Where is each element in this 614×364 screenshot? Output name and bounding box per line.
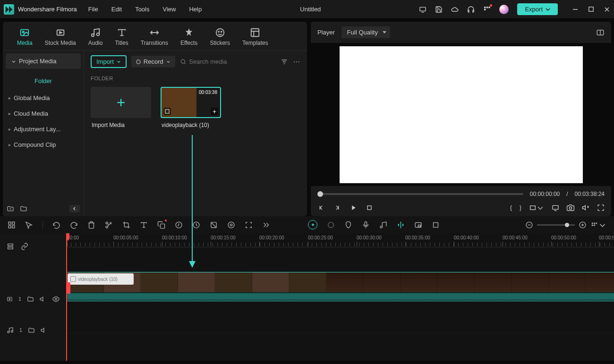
export-button[interactable]: Export (517, 3, 558, 15)
circle-tool-icon[interactable] (327, 221, 335, 229)
smart-toggle-icon[interactable]: ✦ (308, 220, 317, 229)
select-clip-icon[interactable] (163, 108, 171, 115)
zoom-slider[interactable] (537, 224, 575, 226)
video-lane[interactable]: videoplayback (10) (66, 271, 614, 302)
next-frame-icon[interactable] (333, 204, 341, 212)
fit-icon[interactable] (245, 221, 253, 229)
tab-templates[interactable]: Templates (242, 25, 268, 46)
volume-icon[interactable] (582, 204, 589, 212)
audio-lane[interactable] (66, 302, 614, 333)
menu-edit[interactable]: Edit (111, 6, 122, 13)
snapshot-icon[interactable] (567, 204, 574, 212)
timeline-ruler[interactable]: 00:00 00:00:05:00 00:00:10:00 00:00:15:0… (66, 233, 614, 247)
tab-stickers[interactable]: Stickers (210, 25, 230, 46)
audio-mixer-icon[interactable] (379, 221, 387, 229)
more-options-icon[interactable] (293, 58, 300, 66)
import-button[interactable]: Import (91, 55, 127, 68)
menu-help[interactable]: Help (189, 6, 202, 13)
render-preview-icon[interactable] (552, 204, 559, 212)
record-button[interactable]: Record (131, 56, 175, 68)
preview-viewport[interactable] (311, 43, 611, 186)
tab-transitions[interactable]: Transitions (141, 25, 168, 46)
menu-tools[interactable]: Tools (135, 6, 149, 13)
menu-view[interactable]: View (162, 6, 176, 13)
sidebar-compound-clip[interactable]: ▸Compound Clip (3, 137, 84, 152)
copy-icon[interactable] (157, 221, 165, 229)
delete-icon[interactable] (87, 221, 95, 229)
import-media-card[interactable]: + Import Media (91, 87, 152, 132)
sidebar-folder[interactable]: Folder (3, 72, 84, 90)
prev-frame-icon[interactable] (317, 204, 325, 212)
filter-icon[interactable] (281, 58, 288, 66)
zoom-out-icon[interactable] (525, 221, 533, 229)
text-icon[interactable] (140, 221, 148, 229)
mark-in-icon[interactable]: { (510, 204, 512, 211)
view-options-icon[interactable] (590, 221, 606, 229)
scrub-bar[interactable] (317, 193, 523, 195)
tab-media[interactable]: Media (17, 25, 33, 46)
search-media[interactable] (180, 58, 276, 65)
tab-effects[interactable]: Effects (180, 25, 197, 46)
playhead[interactable] (66, 233, 67, 361)
picture-in-picture-icon[interactable] (414, 221, 422, 229)
mute-icon[interactable] (41, 327, 48, 334)
layout-icon[interactable] (8, 221, 16, 229)
voiceover-icon[interactable] (362, 221, 370, 229)
video-clip[interactable]: videoplayback (10) (66, 272, 614, 301)
zoom-in-icon[interactable] (579, 221, 587, 229)
tab-stock-media[interactable]: Stock Media (45, 25, 76, 46)
cursor-icon[interactable] (25, 221, 33, 229)
tab-titles[interactable]: Titles (115, 25, 128, 46)
mute-icon[interactable] (40, 296, 47, 303)
quality-selector[interactable]: Full Quality (341, 26, 390, 38)
video-track-header[interactable]: 1 (0, 283, 66, 314)
add-to-timeline-icon[interactable]: + (211, 108, 218, 115)
sidebar-adjustment-layer[interactable]: ▸Adjustment Lay... (3, 121, 84, 137)
tab-audio[interactable]: Audio (88, 25, 103, 46)
play-icon[interactable] (350, 204, 357, 212)
minimize-icon[interactable] (572, 6, 579, 13)
user-avatar[interactable] (499, 5, 509, 14)
keyframe-icon[interactable] (227, 221, 235, 229)
mark-out-icon[interactable]: } (520, 204, 521, 211)
media-clip-card[interactable]: 00:03:38 + videoplayback (10) (161, 87, 222, 132)
fullscreen-icon[interactable] (597, 204, 605, 212)
compare-icon[interactable] (596, 28, 605, 37)
speed-icon[interactable] (192, 221, 200, 229)
audio-sync-icon[interactable] (397, 221, 405, 229)
marker-icon[interactable] (344, 221, 352, 229)
cloud-icon[interactable] (451, 6, 459, 13)
visibility-icon[interactable] (52, 296, 60, 303)
speed-down-icon[interactable] (175, 221, 183, 229)
sidebar-global-media[interactable]: ▸Global Media (3, 90, 84, 106)
new-bin-icon[interactable] (20, 205, 27, 212)
timeline-layers-icon[interactable] (7, 243, 14, 250)
search-input[interactable] (189, 58, 276, 65)
color-icon[interactable] (210, 221, 218, 229)
ratio-icon[interactable] (529, 204, 544, 212)
folder-icon[interactable] (27, 296, 34, 303)
headphones-icon[interactable] (467, 6, 475, 13)
split-icon[interactable] (105, 221, 113, 229)
redo-icon[interactable] (70, 221, 78, 229)
crop-icon[interactable] (122, 221, 130, 229)
display-icon[interactable] (419, 6, 426, 13)
close-icon[interactable] (604, 6, 610, 13)
sidebar-project-media[interactable]: Project Media (6, 53, 81, 69)
square-tool-icon[interactable] (432, 221, 440, 229)
svg-rect-46 (594, 222, 595, 224)
apps-icon[interactable] (483, 6, 491, 13)
menu-file[interactable]: File (88, 6, 98, 13)
undo-icon[interactable] (52, 221, 60, 229)
save-icon[interactable] (435, 6, 443, 13)
more-tools-icon[interactable] (262, 221, 270, 229)
maximize-icon[interactable] (588, 6, 594, 13)
folder-icon[interactable] (28, 327, 35, 334)
collapse-sidebar-icon[interactable] (69, 205, 80, 212)
audio-track-header[interactable]: 1 (0, 314, 66, 346)
timeline-tracks[interactable]: 00:00 00:00:05:00 00:00:10:00 00:00:15:0… (66, 233, 614, 361)
stop-icon[interactable] (366, 204, 373, 212)
sidebar-cloud-media[interactable]: ▸Cloud Media (3, 106, 84, 121)
new-folder-icon[interactable] (7, 205, 14, 212)
link-icon[interactable] (21, 243, 28, 250)
